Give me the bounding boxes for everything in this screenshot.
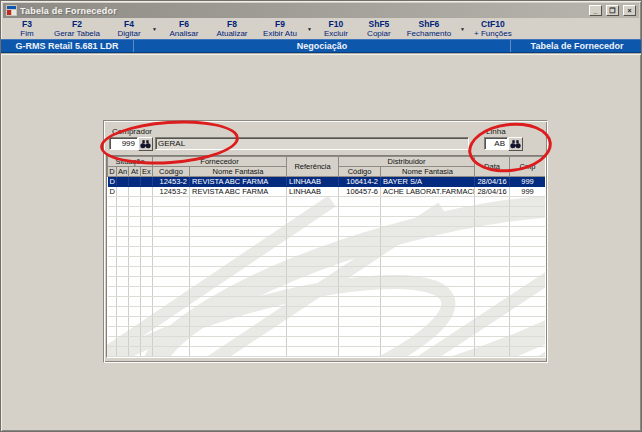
toolbar-item-atualizar[interactable]: F8 Atualizar xyxy=(208,19,256,38)
action-label: Analisar xyxy=(162,29,206,38)
table-row[interactable]: D 12453-2 REVISTA ABC FARMA LINHAAB 1064… xyxy=(108,187,546,197)
window-title: Tabela de Fornecedor xyxy=(20,6,585,16)
toolbar-item-fechamento[interactable]: ShF6 Fechamento xyxy=(401,19,457,38)
empty-table-row[interactable] xyxy=(108,227,546,237)
toolbar-item-fim[interactable]: F3 Fim xyxy=(9,19,45,38)
column-header-at[interactable]: At xyxy=(129,167,141,177)
action-label: Fechamento xyxy=(403,29,455,38)
empty-table-row[interactable] xyxy=(108,257,546,267)
comprador-name-field: GERAL xyxy=(155,137,469,150)
close-button[interactable]: × xyxy=(623,5,636,16)
empty-table-row[interactable] xyxy=(108,247,546,257)
table-row-selected[interactable]: D 12453-2 REVISTA ABC FARMA LINHAAB 1064… xyxy=(108,177,546,187)
fkey-label: ShF5 xyxy=(359,19,399,29)
content-panel: Comprador 999 GERAL Linha AB xyxy=(103,120,548,363)
action-label: Gerar Tabela xyxy=(47,29,107,38)
linha-search-button[interactable] xyxy=(508,137,523,151)
cell-nome-fantasia-fornecedor: REVISTA ABC FARMA xyxy=(190,177,287,187)
column-header-nome-fantasia-fornecedor[interactable]: Nome Fantasia xyxy=(190,167,287,177)
column-header-codigo-distribuidor[interactable]: Código xyxy=(339,167,381,177)
fkey-label: CtF10 xyxy=(470,19,516,29)
cell-situacao-d: D xyxy=(108,187,117,197)
fkey-label: F10 xyxy=(317,19,355,29)
cell-at xyxy=(129,187,141,197)
table-body: D 12453-2 REVISTA ABC FARMA LINHAAB 1064… xyxy=(108,177,546,357)
action-label: Excluir xyxy=(317,29,355,38)
action-label: Digitar xyxy=(111,29,147,38)
binoculars-icon xyxy=(510,140,521,149)
dropdown-arrow-icon[interactable]: ▼ xyxy=(304,26,315,32)
cell-cmp: 999 xyxy=(510,177,546,187)
column-header-situacao[interactable]: Situação xyxy=(108,157,153,167)
column-header-data[interactable]: Data xyxy=(475,157,510,177)
action-label: Exibir Atu xyxy=(258,29,302,38)
empty-table-row[interactable] xyxy=(108,207,546,217)
empty-table-row[interactable] xyxy=(108,267,546,277)
linha-label: Linha xyxy=(486,127,506,136)
title-bar: Tabela de Fornecedor _ ❐ × xyxy=(3,3,639,18)
module-label: Negociação xyxy=(133,40,510,52)
empty-table-row[interactable] xyxy=(108,317,546,327)
column-header-referencia[interactable]: Referência xyxy=(287,157,339,177)
toolbar-item-gerar-tabela[interactable]: F2 Gerar Tabela xyxy=(45,19,109,38)
empty-table-row[interactable] xyxy=(108,347,546,357)
toolbar-item-copiar[interactable]: ShF5 Copiar xyxy=(357,19,401,38)
cell-an xyxy=(117,187,129,197)
minimize-button[interactable]: _ xyxy=(589,5,602,16)
action-label: + Funções xyxy=(470,29,516,38)
fkey-label: F9 xyxy=(258,19,302,29)
cell-codigo-fornecedor: 12453-2 xyxy=(153,187,190,197)
toolbar-item-exibir-atu[interactable]: F9 Exibir Atu xyxy=(256,19,304,38)
action-label: Atualizar xyxy=(210,29,254,38)
cell-an xyxy=(117,177,129,187)
column-header-nome-fantasia-distribuidor[interactable]: Nome Fantasia xyxy=(381,167,475,177)
divider xyxy=(1,53,642,55)
restore-button[interactable]: ❐ xyxy=(606,5,619,16)
comprador-search-button[interactable] xyxy=(138,137,153,151)
app-version-label: G-RMS Retail 5.681 LDR xyxy=(1,40,133,52)
empty-table-row[interactable] xyxy=(108,307,546,317)
empty-table-row[interactable] xyxy=(108,197,546,207)
cell-referencia: LINHAAB xyxy=(287,177,339,187)
app-icon xyxy=(6,5,17,16)
cell-ex xyxy=(141,177,153,187)
cell-at xyxy=(129,177,141,187)
empty-table-row[interactable] xyxy=(108,217,546,227)
cell-ex xyxy=(141,187,153,197)
cell-codigo-fornecedor: 12453-2 xyxy=(153,177,190,187)
screen-label: Tabela de Fornecedor xyxy=(510,40,642,52)
cell-nome-fantasia-distribuidor: BAYER S/A xyxy=(381,177,475,187)
function-toolbar: F3 Fim F2 Gerar Tabela F4 Digitar ▼ F6 A… xyxy=(3,18,639,39)
cell-situacao-d: D xyxy=(108,177,117,187)
cell-data: 28/04/16 xyxy=(475,187,510,197)
cell-cmp: 999 xyxy=(510,187,546,197)
comprador-label: Comprador xyxy=(112,127,152,136)
toolbar-item-excluir[interactable]: F10 Excluir xyxy=(315,19,357,38)
column-header-distribuidor[interactable]: Distribuidor xyxy=(339,157,475,167)
column-header-ex[interactable]: Ex xyxy=(141,167,153,177)
fkey-label: F4 xyxy=(111,19,147,29)
column-header-d[interactable]: D xyxy=(108,167,117,177)
action-label: Fim xyxy=(11,29,43,38)
column-header-codigo-fornecedor[interactable]: Código xyxy=(153,167,190,177)
fkey-label: F2 xyxy=(47,19,107,29)
binoculars-icon xyxy=(140,140,151,149)
column-header-fornecedor[interactable]: Fornecedor xyxy=(153,157,287,167)
linha-code-input[interactable]: AB xyxy=(484,137,508,150)
empty-table-row[interactable] xyxy=(108,297,546,307)
column-header-an[interactable]: An xyxy=(117,167,129,177)
dropdown-arrow-icon[interactable]: ▼ xyxy=(149,26,160,32)
comprador-code-input[interactable]: 999 xyxy=(109,137,138,150)
column-header-cmp[interactable]: Cmp xyxy=(510,157,546,177)
empty-table-row[interactable] xyxy=(108,327,546,337)
empty-table-row[interactable] xyxy=(108,237,546,247)
empty-table-row[interactable] xyxy=(108,287,546,297)
cell-codigo-distribuidor: 106414-2 xyxy=(339,177,381,187)
toolbar-item-mais-funcoes[interactable]: CtF10 + Funções xyxy=(468,19,518,38)
toolbar-item-digitar[interactable]: F4 Digitar xyxy=(109,19,149,38)
empty-table-row[interactable] xyxy=(108,337,546,347)
dropdown-arrow-icon[interactable]: ▼ xyxy=(457,26,468,32)
toolbar-item-analisar[interactable]: F6 Analisar xyxy=(160,19,208,38)
empty-table-row[interactable] xyxy=(108,277,546,287)
cell-nome-fantasia-fornecedor: REVISTA ABC FARMA xyxy=(190,187,287,197)
